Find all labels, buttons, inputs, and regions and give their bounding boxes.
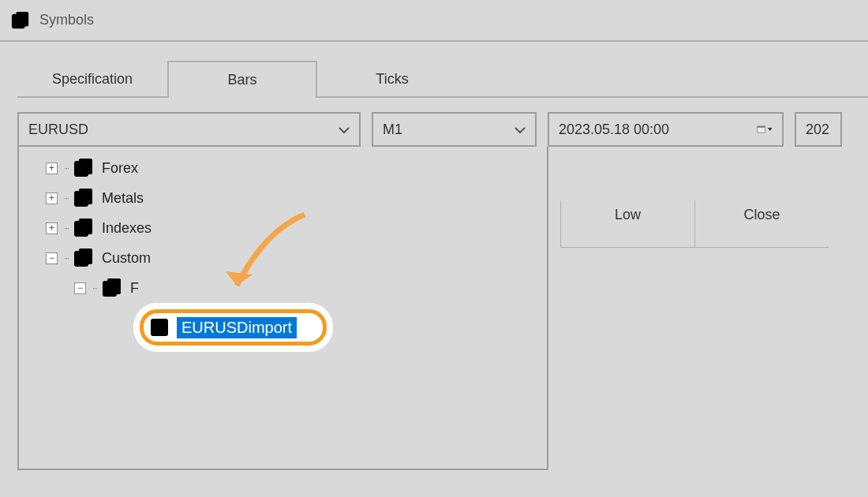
dollar-folder-icon: [73, 158, 94, 178]
timeframe-value: M1: [383, 121, 402, 138]
symbols-icon: [11, 11, 30, 30]
collapse-icon[interactable]: −: [74, 282, 86, 294]
tree-node-custom-sub[interactable]: − ··· F: [25, 273, 541, 303]
date-to-field[interactable]: 202: [795, 112, 842, 147]
expand-icon[interactable]: +: [46, 222, 58, 234]
chevron-down-icon: [514, 124, 526, 135]
tree-label: Metals: [102, 190, 144, 207]
symbol-tree-dropdown[interactable]: + ··· Forex + ··· Metals + ··· Indexes −…: [17, 147, 548, 470]
tree-label: Indexes: [102, 220, 152, 237]
tree-selected-label: EURUSDimport: [177, 317, 297, 338]
tab-ticks[interactable]: Ticks: [317, 61, 467, 98]
tree-node-indexes[interactable]: + ··· Indexes: [25, 213, 541, 243]
tree-node-forex[interactable]: + ··· Forex: [25, 153, 541, 183]
dollar-folder-icon: [73, 218, 94, 238]
tree-connector: ···: [62, 193, 70, 203]
tree-label: F: [130, 280, 139, 297]
dollar-symbol-icon: [150, 317, 170, 338]
window-title: Symbols: [39, 12, 94, 28]
collapse-icon[interactable]: −: [46, 252, 58, 264]
tree-connector: ···: [62, 163, 70, 173]
tab-border: [17, 96, 868, 98]
dollar-folder-icon: [73, 248, 94, 268]
tree-connector: ···: [62, 253, 70, 263]
timeframe-dropdown[interactable]: M1: [372, 112, 537, 147]
tree-selected-highlight: EURUSDimport: [133, 303, 333, 352]
symbol-dropdown[interactable]: EURUSD: [17, 112, 361, 147]
tree-node-custom[interactable]: − ··· Custom: [25, 243, 541, 273]
date-to-value: 202: [806, 121, 829, 138]
svg-rect-6: [758, 126, 765, 128]
tree-connector: ···: [62, 223, 70, 233]
tree-node-eurusdimport[interactable]: EURUSDimport: [140, 309, 327, 346]
toolbar: EURUSD M1 2023.05.18 00:00 202: [17, 112, 868, 147]
tab-specification[interactable]: Specification: [17, 61, 167, 98]
expand-icon[interactable]: +: [46, 192, 58, 204]
tree-node-metals[interactable]: + ··· Metals: [25, 183, 541, 213]
column-header-low[interactable]: Low: [560, 200, 694, 248]
calendar-icon[interactable]: [757, 122, 773, 136]
date-from-field[interactable]: 2023.05.18 00:00: [548, 112, 784, 147]
window-titlebar: Symbols: [0, 0, 868, 40]
expand-icon[interactable]: +: [46, 163, 58, 174]
tree-label: Forex: [102, 160, 138, 177]
column-header-close[interactable]: Close: [694, 200, 829, 248]
tree-label: Custom: [102, 250, 151, 267]
dollar-folder-icon: [73, 188, 94, 208]
chevron-down-icon: [339, 124, 350, 135]
tree-connector: ···: [91, 283, 99, 293]
tab-bar: Specification Bars Ticks: [17, 61, 868, 98]
tab-bars[interactable]: Bars: [167, 61, 317, 98]
dollar-folder-icon: [102, 278, 122, 298]
table-header-row: Low Close: [560, 200, 829, 248]
symbol-value: EURUSD: [28, 121, 88, 138]
symbol-tree: + ··· Forex + ··· Metals + ··· Indexes −…: [25, 153, 541, 303]
date-from-value: 2023.05.18 00:00: [559, 121, 669, 138]
